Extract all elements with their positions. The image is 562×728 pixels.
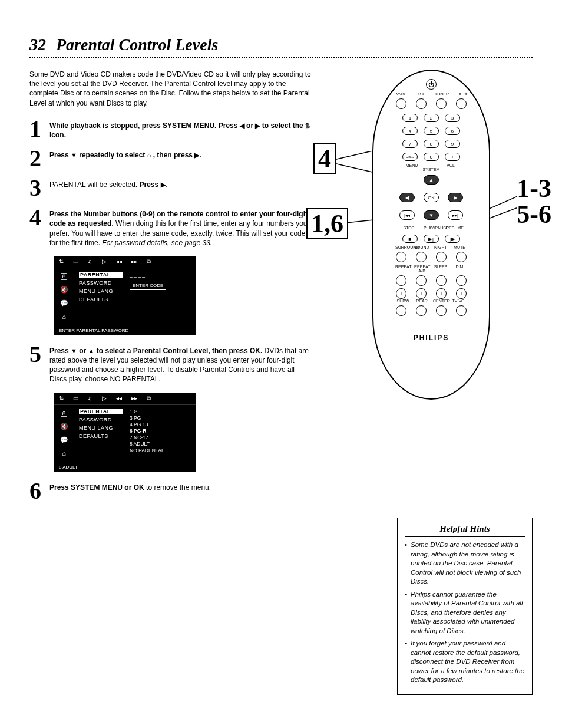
callout-4: 4 (313, 146, 336, 172)
osd-side-icon: ⌂ (62, 450, 66, 457)
brand-label: PHILIPS (373, 334, 489, 342)
osd-icon: ▷ (102, 258, 107, 265)
plus-button: + (445, 153, 460, 161)
osd-level: 1 G (130, 409, 193, 415)
num-button: 4 (402, 127, 418, 135)
osd-icon: ◂◂ (116, 395, 122, 402)
power-button: ⏻ (426, 79, 437, 90)
round-button (396, 252, 406, 262)
osd-side-icon: 💬 (60, 436, 68, 444)
osd-icon: ▭ (73, 258, 78, 265)
minus-button: − (396, 305, 406, 316)
round-button (436, 252, 447, 262)
right-arrow-icon: ▶ (161, 181, 166, 188)
helpful-hints-box: Helpful Hints Some DVDs are not encoded … (397, 518, 533, 695)
step-3: 3 PARENTAL will be selected. Press ▶. (29, 177, 312, 199)
osd-icon: ⧉ (147, 258, 151, 265)
plus-button: + (456, 288, 467, 299)
minus-button: − (436, 305, 447, 316)
num-button: 8 (424, 140, 439, 148)
plus-button: + (416, 288, 427, 299)
down-button: ▼ (424, 210, 439, 220)
osd-screenshot-2: ⇅ ▭ ♫ ▷ ◂◂ ▸▸ ⧉ 🄰 🔇 💬 ⌂ PARENTAL PASSWOR… (54, 393, 196, 472)
round-button (436, 275, 447, 286)
up-arrow-icon: ▲ (88, 347, 95, 354)
step-2: 2 Press ▼ repeatedly to select ⌂ , then … (29, 148, 312, 169)
osd-icon: ▸▸ (131, 258, 137, 265)
minus-button: − (416, 305, 427, 316)
num-button: 7 (402, 140, 418, 148)
osd-side-icon: 🄰 (61, 410, 67, 417)
osd-menu-item: MENU LANG (79, 288, 123, 294)
osd-icon: ▷ (102, 395, 107, 402)
osd-icon: ♫ (88, 258, 92, 265)
osd-icon: ◂◂ (116, 258, 122, 265)
osd-menu-item: DEFAULTS (79, 297, 123, 302)
osd-icon: ♫ (88, 395, 92, 402)
source-button (456, 98, 467, 109)
num-button: 3 (445, 114, 460, 122)
osd-side-icon: 🄰 (61, 273, 67, 280)
step-number: 2 (29, 148, 49, 169)
osd-enter-code: ENTER CODE (130, 282, 166, 290)
play-pause-button: ▶|| (424, 235, 439, 243)
down-arrow-icon: ▼ (71, 151, 77, 159)
step-5: 5 Press ▼ or ▲ to select a Parental Cont… (29, 344, 312, 384)
intro-paragraph: Some DVD and Video CD makers code the DV… (29, 70, 312, 108)
up-button: ▲ (424, 175, 439, 185)
source-button (396, 98, 406, 109)
step-6: 6 Press SYSTEM MENU or OK to remove the … (29, 480, 312, 502)
down-arrow-icon: ▼ (71, 347, 77, 354)
page-number: 32 (29, 35, 46, 54)
osd-footer: 8 ADULT (54, 462, 196, 472)
osd-icon: ⇅ (59, 395, 64, 402)
hint-item: If you forget your password and cannot r… (405, 639, 525, 685)
step-number: 6 (29, 480, 49, 502)
osd-menu-item: MENU LANG (79, 425, 123, 431)
step-1: 1 While playback is stopped, press SYSTE… (29, 118, 312, 140)
page-title-text: Parental Control Levels (56, 35, 218, 54)
hint-item: Some DVDs are not encoded with a rating,… (405, 541, 525, 587)
osd-side-icon: 💬 (60, 299, 68, 307)
system-label: SYSTEM (373, 167, 489, 172)
right-button: ▶ (448, 193, 463, 202)
round-button (456, 252, 467, 262)
round-button (456, 275, 467, 286)
left-button: ◀ (399, 193, 415, 202)
num-button: 9 (445, 140, 460, 148)
num-button: 2 (424, 114, 439, 122)
osd-icon: ▸▸ (131, 395, 137, 402)
page-title: 32 Parental Control Levels (29, 35, 533, 54)
osd-screenshot-1: ⇅ ▭ ♫ ▷ ◂◂ ▸▸ ⧉ 🄰 🔇 💬 ⌂ PARENTAL PASSWOR… (54, 256, 196, 335)
nav-cluster: ▲ ◀ OK ▶ ▼ |◂◂ ▸▸| (396, 175, 467, 222)
osd-menu-item: PARENTAL (79, 409, 123, 414)
num-button: 0 (424, 153, 439, 161)
osd-icon: ⧉ (147, 395, 151, 402)
step-number: 1 (29, 118, 49, 140)
hints-title: Helpful Hints (405, 524, 525, 537)
num-button: 5 (424, 127, 439, 135)
num-button: 1 (402, 114, 418, 122)
remote-illustration: 4 1,6 1-3 5-6 ⏻ TV/AVDISCTUNERAUX 123 45… (337, 70, 525, 400)
osd-menu-item: PASSWORD (79, 417, 123, 423)
prev-button: |◂◂ (399, 210, 415, 220)
step-number: 4 (29, 207, 49, 248)
osd-side-icon: 🔇 (60, 286, 68, 294)
plus-button: + (436, 288, 447, 299)
osd-icon: ▭ (73, 395, 78, 402)
osd-footer: ENTER PARENTAL PASSWORD (54, 325, 196, 335)
resume-button: |▶ (445, 235, 460, 243)
left-arrow-icon: ◀ (240, 122, 244, 129)
osd-level: 8 ADULT (130, 441, 193, 447)
next-button: ▸▸| (448, 210, 463, 220)
round-button (396, 275, 406, 286)
step-number: 3 (29, 177, 49, 199)
source-button (436, 98, 447, 109)
round-button (416, 252, 427, 262)
osd-side-icon: 🔇 (60, 423, 68, 430)
num-button: 6 (445, 127, 460, 135)
stop-button: ■ (402, 235, 418, 243)
plus-button: + (396, 288, 406, 299)
osd-level: 4 PG 13 (130, 421, 193, 428)
minus-button: − (456, 305, 467, 316)
